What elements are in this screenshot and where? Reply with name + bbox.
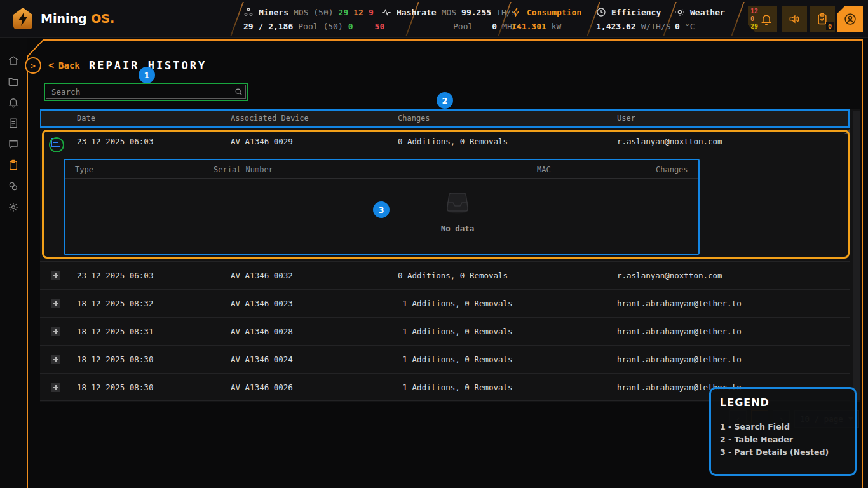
nested-col-type: Type [75, 165, 93, 174]
consumption-unit: kW [552, 22, 562, 31]
user-icon [844, 13, 857, 25]
cell-changes: -1 Additions, 0 Removals [398, 383, 513, 392]
content-frame-right [862, 39, 863, 488]
legend-item-2: 2 - Table Header [720, 433, 846, 446]
cell-date: 23-12-2025 06:03 [77, 137, 153, 146]
app-title: Mining OS. [41, 11, 114, 25]
cell-device: AV-A1346-0023 [231, 299, 293, 308]
hashrate-label: Hashrate [397, 8, 437, 17]
search-field[interactable] [46, 85, 246, 99]
cell-device: AV-A1346-0029 [231, 137, 293, 146]
user-profile-button[interactable] [837, 6, 863, 32]
sidebar-item-home[interactable] [0, 50, 27, 71]
cell-user: r.aslanyan@noxtton.com [617, 271, 722, 280]
sidebar-item-messages[interactable] [0, 133, 27, 154]
expand-row-button[interactable] [51, 327, 60, 336]
sidebar-nav [0, 38, 27, 488]
weather-value: 0 [675, 22, 680, 31]
sound-button[interactable] [782, 6, 807, 32]
cell-changes: 0 Additions, 0 Removals [398, 137, 508, 146]
cell-device: AV-A1346-0028 [231, 327, 293, 336]
efficiency-label: Efficiency [611, 8, 661, 17]
stat-efficiency: Efficiency 1,423.62 W/TH/S [596, 5, 671, 33]
miners-mos-ok: 29 [339, 8, 349, 17]
expand-row-button[interactable] [51, 271, 60, 280]
tasks-badge: 0 [826, 22, 834, 30]
legend-item-1: 1 - Search Field [720, 421, 846, 433]
expand-row-button[interactable] [51, 383, 60, 392]
back-button[interactable]: < Back [48, 60, 80, 71]
sidebar-item-reports[interactable] [0, 112, 27, 133]
notifications-button[interactable]: 12 0 29 [748, 6, 777, 32]
coins-icon [8, 180, 19, 192]
chat-icon [8, 139, 19, 150]
miners-mos-label: MOS (50) [294, 8, 334, 17]
cell-device: AV-A1346-0026 [231, 383, 293, 392]
document-icon [8, 118, 19, 129]
sidebar-expand-button[interactable]: > [25, 57, 41, 74]
annotation-table-header-outline [40, 109, 850, 128]
cell-date: 18-12-2025 08:32 [77, 299, 153, 308]
weather-unit: °C [685, 22, 695, 31]
top-header-bar: Mining OS. Miners MOS (50) 29 12 9 29 / … [0, 0, 868, 38]
nested-header-divider [65, 178, 698, 179]
badge-info: 29 [750, 23, 758, 30]
cell-date: 23-12-2025 06:03 [77, 271, 153, 280]
table-scrollbar[interactable] [853, 111, 860, 400]
table-row[interactable]: 18-12-2025 08:30 AV-A1346-0024 -1 Additi… [40, 345, 850, 373]
bell-icon [760, 13, 773, 25]
collapse-row-button[interactable] [51, 138, 60, 147]
nested-col-mac: MAC [537, 165, 551, 174]
speaker-icon [788, 13, 801, 25]
cell-user: r.aslanyan@noxtton.com [617, 137, 722, 146]
consumption-label: Consumption [527, 8, 581, 17]
table-row[interactable]: 23-12-2025 06:03 AV-A1346-0032 0 Additio… [40, 261, 850, 289]
content-frame-corner [27, 39, 44, 57]
weather-icon [675, 7, 685, 17]
hashrate-mos-label: MOS [442, 8, 456, 17]
table-row[interactable]: 18-12-2025 08:32 AV-A1346-0023 -1 Additi… [40, 289, 850, 317]
cell-user: hrant.abrahamyan@tether.to [617, 327, 742, 336]
hashrate-icon [381, 7, 391, 17]
hashrate-pool-label: Pool [453, 22, 473, 31]
header-separator [230, 2, 244, 36]
stat-miners: Miners MOS (50) 29 12 9 29 / 2,186 Pool … [243, 5, 384, 33]
annotation-badge-1: 1 [139, 67, 155, 83]
search-input[interactable] [46, 85, 231, 98]
search-icon [234, 88, 243, 96]
sidebar-item-repairs-active[interactable] [0, 154, 27, 175]
consumption-icon [512, 7, 522, 17]
expand-row-button[interactable] [51, 355, 60, 364]
cell-changes: 0 Additions, 0 Removals [398, 271, 508, 280]
app-logo: Mining OS. [11, 6, 114, 30]
search-button[interactable] [231, 85, 245, 98]
table-row[interactable]: 18-12-2025 08:31 AV-A1346-0028 -1 Additi… [40, 317, 850, 345]
stat-weather: Weather 0 °C [675, 5, 725, 33]
efficiency-icon [596, 7, 606, 17]
empty-state: No data [419, 187, 496, 233]
empty-inbox-icon [441, 187, 474, 215]
annotation-badge-2: 2 [437, 92, 453, 109]
legend-divider [720, 414, 846, 414]
efficiency-unit: W/TH/S [641, 22, 671, 31]
miners-label: Miners [259, 8, 288, 17]
table-row-expanded[interactable]: 23-12-2025 06:03 AV-A1346-0029 0 Additio… [40, 130, 850, 153]
expand-row-button[interactable] [51, 299, 60, 308]
no-data-label: No data [419, 224, 496, 233]
content-frame-left [27, 57, 28, 488]
sidebar-item-sites[interactable] [0, 71, 27, 92]
miners-pool-ok: 0 [348, 22, 353, 31]
miners-pool-label: Pool (50) [298, 22, 342, 31]
back-label: Back [58, 60, 80, 71]
sidebar-item-assets[interactable] [0, 175, 27, 196]
sidebar-item-settings[interactable] [0, 196, 27, 217]
miners-mos-error: 9 [369, 8, 374, 17]
badge-warning: 0 [750, 15, 758, 23]
cell-date: 18-12-2025 08:30 [77, 355, 153, 364]
hashrate-pool-value: 0 [492, 22, 497, 31]
tasks-button[interactable]: 0 [810, 6, 835, 32]
stat-hashrate: Hashrate MOS 99.255 TH/s Pool 0 MH/s [381, 5, 522, 33]
sidebar-item-alerts[interactable] [0, 92, 27, 112]
mining-os-logo-icon [11, 6, 34, 30]
scroll-corner-marker [844, 128, 850, 134]
